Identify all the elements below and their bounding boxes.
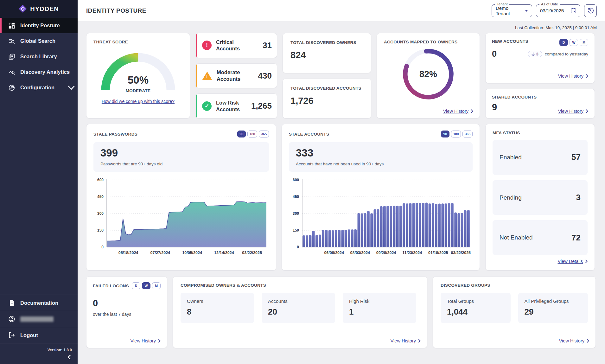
svg-text:05/18/2024: 05/18/2024 [118,251,138,255]
tenant-value: Demo Tenant [496,5,522,16]
mapped-donut-chart: 82% [401,47,455,101]
toggle-day[interactable]: D [132,282,140,289]
view-history-link[interactable]: View History [443,109,473,114]
days-toggle-group: 90 180 365 [237,131,269,137]
card-title: TOTAL DISCOVERED ACCOUNTS [290,86,363,91]
chevron-right-icon [585,259,588,263]
period-toggle-group: D W M [132,282,161,289]
total-groups-box: Total Groups 1,044 [441,293,511,323]
mapped-percentage: 82% [401,47,455,101]
shared-accounts-card: SHARED ACCOUNTS 9 View History [485,89,595,118]
card-title: ACCOUNTS MAPPED TO OWNERS [384,40,473,44]
analytics-icon [8,69,15,76]
sidebar-spacer [0,95,78,295]
view-history-link[interactable]: View History [391,338,421,343]
toggle-90[interactable]: 90 [237,131,246,137]
risk-card-value: 430 [258,71,272,81]
as-of-date-value: 03/19/2025 [540,8,564,13]
svg-text:450: 450 [97,195,104,199]
view-details-link[interactable]: View Details [493,259,588,264]
score-explainer-link[interactable]: How did we come up with this score? [93,99,183,104]
hydden-logo-icon [19,5,27,13]
delta-note: compared to yesterday [545,52,588,56]
moderate-accounts-card[interactable]: Moderate Accounts 430 [195,63,277,88]
toggle-365[interactable]: 365 [462,131,473,137]
chevron-right-icon [586,74,588,78]
total-discovered-owners-card: TOTAL DISCOVERED OWNERS 824 [283,33,371,73]
history-button[interactable] [584,4,597,17]
mfa-enabled-row: Enabled 57 [493,140,588,175]
toggle-180[interactable]: 180 [451,131,461,137]
toggle-day[interactable]: D [559,39,568,46]
discovered-groups-card: DISCOVERED GROUPS Total Groups 1,044 All… [433,276,596,348]
compromised-card: COMPROMISED OWNERS & ACCOUNTS Owners 8 A… [173,276,427,348]
history-icon [588,8,594,14]
svg-text:03/22/2025: 03/22/2025 [451,251,471,255]
threat-score-card: THREAT SCORE 50% [86,33,190,118]
dashboard-grid-icon [8,22,15,29]
threat-score-level: MODERATE [99,88,178,93]
stale-passwords-description: Passwords that are 90+ days old [100,162,262,166]
toggle-180[interactable]: 180 [247,131,258,137]
sidebar-item-label: Discovery Analytics [20,69,70,75]
toggle-week[interactable]: W [142,282,150,289]
failed-logons-card: FAILED LOGONS D W M 0 over the last 7 da… [86,276,167,348]
svg-text:12/14/2024: 12/14/2024 [214,251,234,255]
topbar: IDENTITY POSTURE Tenant Demo Tenant As o… [78,0,605,21]
as-of-date-input[interactable]: As of Date 03/19/2025 [536,4,580,17]
period-toggle-group: D W M [559,39,588,46]
card-title: THREAT SCORE [93,40,183,44]
sidebar-item-label: Logout [20,332,38,338]
toggle-week[interactable]: W [570,39,578,46]
sidebar-item-user[interactable] [0,311,78,327]
svg-text:03/22/2025: 03/22/2025 [242,251,262,255]
chevron-down-icon [68,84,75,91]
sidebar-item-identity-posture[interactable]: Identity Posture [0,18,78,33]
critical-accounts-card[interactable]: ! Critical Accounts 31 [195,33,277,58]
user-name-redacted [20,316,54,322]
toggle-90[interactable]: 90 [441,131,449,137]
sidebar-item-global-search[interactable]: Global Search [0,33,78,49]
document-icon [8,299,15,306]
view-history-link[interactable]: View History [558,73,588,79]
sidebar-collapse-button[interactable] [0,354,78,364]
sidebar-item-logout[interactable]: Logout [0,327,78,343]
svg-text:600: 600 [97,178,104,182]
low-risk-accounts-card[interactable]: ✓ Low Risk Accounts 1,265 [195,93,277,118]
threat-score-gauge: 50% MODERATE [99,48,178,94]
version-label: Version: 1.8.0 [0,343,78,354]
svg-text:06/08/2024: 06/08/2024 [324,251,344,255]
sidebar-item-configuration[interactable]: Configuration [0,80,78,95]
toggle-365[interactable]: 365 [259,131,269,137]
card-title: SHARED ACCOUNTS [492,95,588,99]
sidebar-item-search-library[interactable]: Search Library [0,49,78,64]
risk-card-label: Critical Accounts [216,39,258,52]
collapse-chevron-icon [67,355,71,360]
svg-text:300: 300 [97,211,104,216]
tenant-select[interactable]: Tenant Demo Tenant [492,4,532,17]
stale-passwords-stat: 399 Passwords that are 90+ days old [93,142,269,172]
view-history-link[interactable]: View History [559,338,589,343]
view-history-link[interactable]: View History [558,109,588,114]
total-discovered-accounts-card: TOTAL DISCOVERED ACCOUNTS 1,726 [283,79,371,119]
failed-logons-subtitle: over the last 7 days [93,312,161,317]
totals-cards: TOTAL DISCOVERED OWNERS 824 TOTAL DISCOV… [283,33,371,118]
svg-text:450: 450 [293,195,299,199]
new-accounts-card: NEW ACCOUNTS D W M 0 [485,33,595,83]
main-area: IDENTITY POSTURE Tenant Demo Tenant As o… [78,0,605,364]
view-history-link[interactable]: View History [131,338,161,343]
calendar-icon[interactable] [571,8,576,13]
toggle-month[interactable]: M [580,39,588,46]
sidebar-item-discovery-analytics[interactable]: Discovery Analytics [0,64,78,80]
chevron-right-icon [418,339,421,343]
chevron-right-icon [471,109,473,113]
stale-accounts-card: STALE ACCOUNTS 90 180 365 333 Accounts t… [282,124,480,271]
chevron-right-icon [158,339,161,343]
tenant-label: Tenant [495,2,509,6]
sidebar-item-documentation[interactable]: Documentation [0,295,78,311]
total-accounts-value: 1,726 [290,96,363,106]
stale-accounts-value: 333 [296,147,466,159]
chevron-down-icon [525,10,528,12]
logout-icon [8,332,15,339]
toggle-month[interactable]: M [152,282,161,289]
